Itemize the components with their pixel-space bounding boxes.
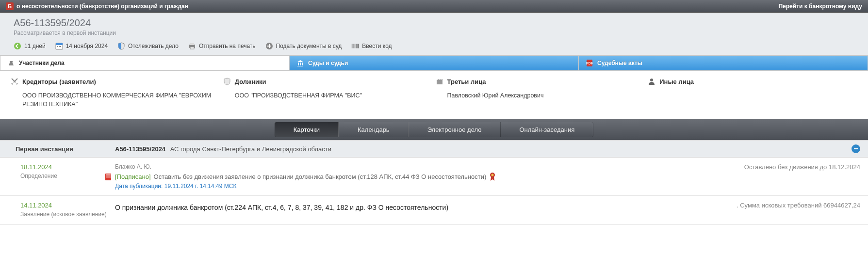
- view-tabs-bar: Карточки Календарь Электронное дело Онла…: [0, 119, 868, 140]
- case-actions: 11 дней 14 ноября 2024 Отслеживать дело …: [14, 41, 860, 53]
- third-party-item[interactable]: Павловский Юрий Александрович: [436, 91, 639, 100]
- entry-title[interactable]: О признании должника банкротом (ст.224 А…: [115, 204, 727, 211]
- instance-row: Первая инстанция А56-113595/2024 АС горо…: [0, 140, 868, 158]
- svg-rect-12: [354, 44, 355, 48]
- track-action[interactable]: Отслеживать дело: [117, 42, 179, 50]
- svg-rect-7: [190, 43, 194, 45]
- swords-icon: [11, 78, 18, 85]
- court-icon: [296, 59, 304, 67]
- shield-outline-icon: [223, 78, 231, 85]
- svg-rect-8: [190, 47, 194, 49]
- castle-icon: [436, 78, 443, 85]
- svg-rect-4: [59, 46, 60, 47]
- entry-type: Заявление (исковое заявление): [20, 211, 115, 219]
- debtors-column: Должники ООО "ПРОИЗВОДСТВЕННАЯ ФИРМА "ВИ…: [223, 78, 436, 109]
- participants-block: Кредиторы (заявители) ООО ПРОИЗВОДСТВЕНН…: [0, 71, 868, 119]
- svg-rect-13: [355, 44, 355, 48]
- tab-courts[interactable]: Суды и судьи: [290, 56, 579, 70]
- file-docs-action[interactable]: Подать документы в суд: [265, 42, 342, 50]
- docket-entry: 14.11.2024 Заявление (исковое заявление)…: [0, 196, 868, 225]
- svg-rect-5: [60, 46, 61, 47]
- back-arrow-icon: [14, 42, 21, 50]
- date-action[interactable]: 14 ноября 2024: [55, 42, 108, 50]
- svg-text:PDF: PDF: [586, 62, 593, 65]
- signed-badge: [Подписано]: [115, 173, 151, 180]
- top-bar-title: о несостоятельности (банкротстве) органи…: [16, 3, 188, 10]
- tab-acts[interactable]: PDF Судебные акты: [579, 56, 868, 70]
- view-tab-online[interactable]: Онлайн-заседания: [500, 122, 593, 137]
- svg-point-27: [491, 174, 494, 176]
- svg-rect-23: [106, 175, 111, 175]
- svg-rect-2: [56, 43, 63, 45]
- svg-rect-3: [57, 46, 58, 47]
- svg-rect-21: [854, 148, 858, 149]
- view-tab-calendar[interactable]: Календарь: [339, 122, 409, 137]
- minus-circle-icon: [852, 144, 860, 153]
- entry-date: 18.11.2024: [20, 163, 115, 171]
- other-parties-column: Иные лица: [648, 78, 860, 109]
- enter-code-label: Ввести код: [362, 43, 392, 49]
- svg-rect-10: [352, 44, 352, 48]
- case-status: Рассматривается в первой инстанции: [14, 30, 860, 36]
- tab-participants[interactable]: Участники дела: [0, 56, 290, 70]
- people-icon: [7, 59, 15, 67]
- debtor-item[interactable]: ООО "ПРОИЗВОДСТВЕННАЯ ФИРМА "ВИС": [223, 91, 426, 100]
- case-header: А56-113595/2024 Рассматривается в первой…: [0, 13, 868, 55]
- barcode-icon: [351, 42, 359, 50]
- entry-publication-date: Дата публикации: 19.11.2024 г. 14:14:49 …: [115, 183, 735, 190]
- svg-rect-11: [353, 44, 354, 48]
- days-label: 11 дней: [24, 43, 46, 49]
- main-tabs: Участники дела Суды и судьи PDF Судебные…: [0, 55, 868, 71]
- case-number: А56-113595/2024: [14, 17, 860, 29]
- pdf-icon[interactable]: [104, 173, 112, 181]
- entry-body: Блажко А. Ю. [Подписано] Оставить без дв…: [115, 163, 735, 190]
- plus-circle-icon: [265, 42, 273, 50]
- pdf-icon: PDF: [586, 59, 593, 67]
- switch-view-link[interactable]: Перейти к банкротному виду: [778, 3, 862, 10]
- person-icon: [648, 78, 655, 85]
- other-parties-label: Иные лица: [659, 78, 694, 85]
- entry-meta: 14.11.2024 Заявление (исковое заявление): [0, 202, 115, 219]
- svg-rect-15: [357, 44, 358, 48]
- print-label: Отправить на печать: [199, 43, 256, 49]
- third-parties-label: Третьи лица: [447, 78, 486, 85]
- entry-status: Оставлено без движения до 18.12.2024: [735, 163, 860, 190]
- tab-acts-label: Судебные акты: [597, 60, 642, 66]
- date-label: 14 ноября 2024: [66, 43, 108, 49]
- bankruptcy-badge-icon: Б: [6, 2, 14, 10]
- entry-title-link[interactable]: Оставить без движения заявление о призна…: [154, 173, 487, 180]
- entry-type: Определение: [20, 173, 115, 180]
- printer-icon: [188, 42, 196, 50]
- instance-case-info: А56-113595/2024 АС города Санкт-Петербур…: [115, 145, 331, 153]
- svg-point-0: [14, 43, 21, 49]
- view-tab-cards[interactable]: Карточки: [275, 122, 339, 137]
- print-action[interactable]: Отправить на печать: [188, 42, 256, 50]
- entry-author: Блажко А. Ю.: [115, 163, 735, 170]
- instance-label: Первая инстанция: [16, 145, 115, 153]
- instance-court-name: АС города Санкт-Петербурга и Ленинградск…: [170, 145, 331, 153]
- debtors-label: Должники: [235, 78, 266, 85]
- entry-amount: . Сумма исковых требований 66944627,24: [727, 202, 860, 219]
- entry-meta: 18.11.2024 Определение: [0, 163, 115, 190]
- shield-icon: [117, 42, 125, 50]
- svg-rect-16: [358, 44, 359, 48]
- entry-date: 14.11.2024: [20, 202, 115, 209]
- entry-body: О признании должника банкротом (ст.224 А…: [115, 202, 727, 219]
- creditors-label: Кредиторы (заявители): [22, 78, 96, 85]
- track-label: Отслеживать дело: [128, 43, 179, 49]
- svg-rect-25: [106, 177, 111, 177]
- svg-point-20: [650, 79, 653, 81]
- collapse-button[interactable]: [852, 144, 860, 153]
- tab-participants-label: Участники дела: [19, 60, 65, 66]
- creditors-column: Кредиторы (заявители) ООО ПРОИЗВОДСТВЕНН…: [11, 78, 223, 109]
- view-tabs: Карточки Календарь Электронное дело Онла…: [275, 122, 593, 137]
- third-parties-column: Третьи лица Павловский Юрий Александрови…: [436, 78, 648, 109]
- enter-code-action[interactable]: Ввести код: [351, 42, 392, 50]
- days-action[interactable]: 11 дней: [14, 42, 46, 50]
- svg-rect-14: [356, 44, 357, 48]
- creditor-item[interactable]: ООО ПРОИЗВОДСТВЕННО КОММЕРЧЕСКАЯ ФИРМА "…: [11, 91, 213, 109]
- svg-rect-24: [106, 176, 111, 176]
- view-tab-efile[interactable]: Электронное дело: [409, 122, 501, 137]
- seal-icon: [489, 172, 496, 181]
- top-bar-left: Б о несостоятельности (банкротстве) орга…: [6, 2, 188, 10]
